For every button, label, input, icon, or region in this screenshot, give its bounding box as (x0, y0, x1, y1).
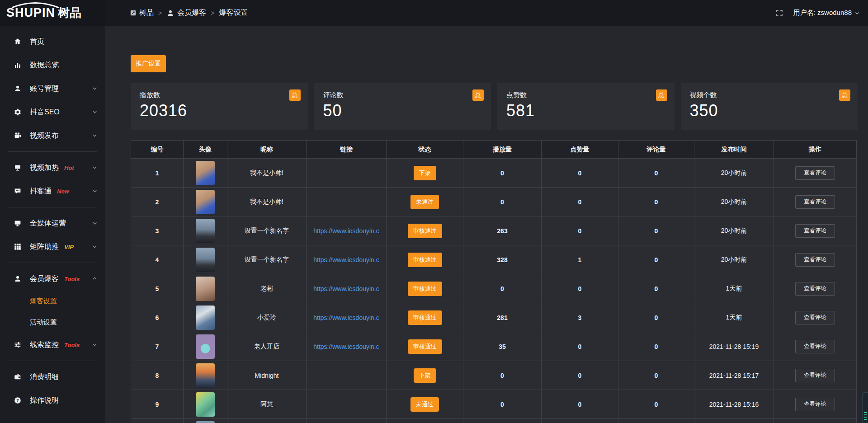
sidebar-item-操作说明[interactable]: ?操作说明 (0, 389, 105, 412)
view-comments-button[interactable]: 查看评论 (795, 224, 835, 238)
table-row: 3设置一个新名字https://www.iesdouyin.c审核通过26300… (131, 216, 857, 245)
cell-id: 8 (131, 361, 184, 390)
table-row: 2我不是小帅!未通过00020小时前查看评论 (131, 188, 857, 216)
sidebar-item-首页[interactable]: 首页 (0, 30, 105, 53)
username-dropdown[interactable]: 用户名: zswodun88 (793, 9, 860, 17)
cell-id: 7 (131, 332, 184, 361)
cell-nickname: 阿慧 (227, 390, 307, 419)
status-badge: 审核通过 (408, 224, 442, 238)
sidebar-item-badge: Tools (64, 276, 80, 282)
cell-action: 查看评论 (774, 332, 857, 361)
sidebar-item-矩阵助推[interactable]: 矩阵助推VIP (0, 235, 105, 258)
cell-publish-time: 2021-11-28 15:19 (694, 332, 774, 361)
chevron-down-icon (92, 188, 98, 194)
grid-icon (14, 243, 22, 251)
view-comments-button[interactable]: 查看评论 (795, 253, 835, 267)
cell-plays: 263 (463, 216, 542, 245)
username-label: 用户名: zswodun88 (793, 9, 852, 17)
cell-id: 2 (131, 188, 184, 216)
cell-plays: 0 (463, 159, 542, 188)
sliders-icon (14, 341, 22, 349)
stat-value: 50 (323, 101, 482, 120)
column-header: 链接 (307, 141, 387, 159)
sidebar-item-label: 全媒体运营 (30, 219, 66, 228)
fullscreen-icon[interactable] (775, 9, 783, 17)
cell-status: 审核通过 (387, 274, 463, 303)
sidebar-item-视频加热[interactable]: 视频加热Hot (0, 156, 105, 179)
cell-action: 查看评论 (774, 216, 857, 245)
cell-avatar (184, 274, 227, 303)
cell-avatar (184, 216, 227, 245)
cell-empty (463, 419, 542, 423)
cell-empty (387, 419, 463, 423)
video-link[interactable]: https://www.iesdouyin.c (313, 227, 379, 235)
breadcrumb-item[interactable]: 会员爆客 (166, 8, 206, 18)
view-comments-button[interactable]: 查看评论 (795, 311, 835, 324)
status-badge: 未通过 (410, 195, 439, 209)
floating-widget[interactable] (862, 392, 868, 423)
cell-action: 查看评论 (774, 361, 857, 390)
cell-comments: 0 (618, 303, 694, 332)
chevron-down-icon (92, 244, 98, 250)
cell-link (307, 159, 387, 188)
cell-status: 未通过 (387, 188, 463, 216)
view-comments-button[interactable]: 查看评论 (795, 398, 835, 411)
cell-avatar (184, 245, 227, 274)
sidebar-subitem-活动设置[interactable]: 活动设置 (0, 312, 105, 333)
sidebar-item-线索监控[interactable]: 线索监控Tools (0, 333, 105, 357)
cell-action: 查看评论 (774, 159, 857, 188)
sidebar-item-数据总览[interactable]: 数据总览 (0, 53, 105, 77)
view-comments-button[interactable]: 查看评论 (795, 340, 835, 353)
video-link[interactable]: https://www.iesdouyin.c (313, 256, 379, 263)
status-badge: 审核通过 (408, 282, 442, 296)
chevron-down-icon (92, 342, 98, 348)
sidebar-item-抖客通[interactable]: 抖客通New (0, 179, 105, 203)
view-comments-button[interactable]: 查看评论 (795, 369, 835, 382)
cell-empty (307, 419, 387, 423)
cell-likes: 0 (542, 390, 618, 419)
status-badge: 下架 (414, 368, 436, 383)
breadcrumb-item[interactable]: 树品 (130, 8, 154, 18)
video-link[interactable]: https://www.iesdouyin.c (313, 285, 379, 292)
stat-label: 评论数 (323, 91, 482, 99)
sidebar-item-badge: New (57, 188, 69, 195)
view-comments-button[interactable]: 查看评论 (795, 195, 835, 209)
sidebar-item-label: 抖客通 (30, 187, 52, 196)
sidebar-item-消费明细[interactable]: 消费明细 (0, 365, 105, 389)
cell-publish-time: 20小时前 (694, 216, 774, 245)
cell-link: https://www.iesdouyin.c (307, 216, 387, 245)
sidebar-subitem-爆客设置[interactable]: 爆客设置 (0, 291, 105, 312)
cell-action: 查看评论 (774, 188, 857, 216)
sidebar-item-抖音SEO[interactable]: 抖音SEO (0, 100, 105, 124)
chat-icon (14, 187, 22, 195)
cell-plays: 0 (463, 361, 542, 390)
video-link[interactable]: https://www.iesdouyin.c (313, 343, 379, 350)
cell-action: 查看评论 (774, 390, 857, 419)
video-link[interactable]: https://www.iesdouyin.c (313, 314, 379, 321)
cell-avatar (184, 188, 227, 216)
cell-nickname: 老人开店 (227, 332, 307, 361)
sidebar-item-会员爆客[interactable]: 会员爆客Tools (0, 267, 105, 291)
sidebar-item-视频发布[interactable]: 视频发布 (0, 124, 105, 147)
sidebar-item-label: 操作说明 (30, 396, 59, 405)
sidebar-item-badge: Tools (64, 342, 80, 348)
table-row: 6小爱玲https://www.iesdouyin.c审核通过281301天前查… (131, 303, 857, 332)
cell-status: 下架 (387, 361, 463, 390)
promo-settings-button[interactable]: 推广设置 (131, 55, 166, 72)
stats-row: 播放数20316总评论数50总点赞数581总视频个数350总 (131, 83, 858, 130)
column-header: 操作 (774, 141, 857, 159)
cell-nickname: 设置一个新名字 (227, 245, 307, 274)
cell-likes: 0 (542, 159, 618, 188)
sidebar-item-label: 首页 (30, 37, 44, 47)
sidebar-item-全媒体运营[interactable]: 全媒体运营 (0, 212, 105, 235)
main-content: 推广设置 播放数20316总评论数50总点赞数581总视频个数350总 编号头像… (105, 26, 868, 423)
stat-label: 点赞数 (506, 91, 665, 99)
breadcrumb-item: 爆客设置 (219, 8, 248, 18)
cell-link (307, 188, 387, 216)
table-row-partial (131, 419, 857, 423)
view-comments-button[interactable]: 查看评论 (795, 166, 835, 180)
stat-value: 350 (690, 101, 849, 120)
view-comments-button[interactable]: 查看评论 (795, 282, 835, 296)
videos-table: 编号头像昵称链接状态播放量点赞量评论量发布时间操作1我不是小帅!下架00020小… (131, 140, 858, 423)
sidebar-item-账号管理[interactable]: 账号管理 (0, 77, 105, 100)
